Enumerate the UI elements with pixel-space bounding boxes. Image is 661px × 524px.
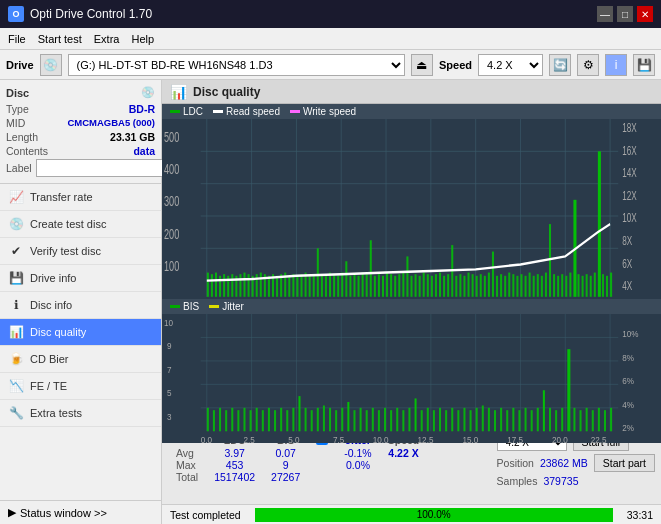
avg-jitter: -0.1%	[336, 447, 379, 459]
settings-button[interactable]: ⚙	[577, 54, 599, 76]
svg-rect-63	[309, 274, 311, 297]
svg-rect-230	[555, 410, 557, 431]
svg-text:300: 300	[164, 193, 179, 210]
status-window-label: Status window >>	[20, 507, 107, 519]
svg-text:6%: 6%	[622, 376, 634, 387]
drive-select[interactable]: (G:) HL-DT-ST BD-RE WH16NS48 1.D3	[68, 54, 405, 76]
svg-rect-135	[602, 274, 604, 297]
svg-rect-205	[402, 410, 404, 431]
drive-icon-button[interactable]: 💿	[40, 54, 62, 76]
svg-rect-106	[484, 276, 486, 297]
svg-rect-187	[292, 408, 294, 431]
start-part-button[interactable]: Start part	[594, 454, 655, 472]
svg-text:15.0: 15.0	[462, 434, 478, 443]
menu-start-test[interactable]: Start test	[38, 33, 82, 45]
total-label: Total	[168, 471, 206, 483]
svg-rect-134	[598, 151, 601, 296]
sidebar-item-fe-te[interactable]: 📉 FE / TE	[0, 373, 161, 400]
svg-rect-204	[396, 408, 398, 431]
sidebar-item-disc-info[interactable]: ℹ Disc info	[0, 292, 161, 319]
menu-extra[interactable]: Extra	[94, 33, 120, 45]
svg-rect-236	[592, 410, 594, 431]
svg-rect-67	[325, 276, 327, 297]
svg-rect-116	[525, 276, 527, 297]
svg-rect-127	[569, 273, 571, 297]
cd-bier-label: CD Bier	[30, 353, 69, 365]
svg-rect-47	[243, 273, 245, 297]
svg-rect-210	[433, 410, 435, 431]
bis-legend: BIS	[170, 301, 199, 312]
contents-value: data	[133, 145, 155, 157]
type-value: BD-R	[129, 103, 155, 115]
title-text: Opti Drive Control 1.70	[30, 7, 152, 21]
window-controls[interactable]: — □ ✕	[597, 6, 653, 22]
max-ldc: 453	[206, 459, 263, 471]
write-speed-label: Write speed	[303, 106, 356, 117]
svg-rect-75	[358, 276, 360, 297]
svg-rect-221	[500, 408, 502, 431]
menu-help[interactable]: Help	[131, 33, 154, 45]
svg-rect-188	[298, 396, 300, 431]
svg-rect-51	[260, 273, 262, 297]
minimize-button[interactable]: —	[597, 6, 613, 22]
svg-rect-193	[329, 408, 331, 431]
sidebar-item-extra-tests[interactable]: 🔧 Extra tests	[0, 400, 161, 427]
svg-rect-197	[353, 410, 355, 431]
extra-tests-label: Extra tests	[30, 407, 82, 419]
svg-rect-214	[457, 410, 459, 431]
svg-text:5: 5	[167, 388, 172, 399]
read-speed-label: Read speed	[226, 106, 280, 117]
quality-header-icon: 📊	[170, 84, 187, 100]
svg-rect-80	[378, 274, 380, 297]
svg-rect-212	[445, 410, 447, 431]
eject-button[interactable]: ⏏	[411, 54, 433, 76]
svg-rect-78	[370, 240, 372, 297]
max-label: Max	[168, 459, 206, 471]
svg-text:18X: 18X	[622, 120, 636, 134]
svg-rect-196	[347, 402, 349, 431]
svg-rect-195	[341, 408, 343, 431]
menu-file[interactable]: File	[8, 33, 26, 45]
sidebar-item-verify-test-disc[interactable]: ✔ Verify test disc	[0, 238, 161, 265]
save-button[interactable]: 💾	[633, 54, 655, 76]
close-button[interactable]: ✕	[637, 6, 653, 22]
svg-rect-59	[292, 274, 294, 297]
avg-ldc: 3.97	[206, 447, 263, 459]
refresh-button[interactable]: 🔄	[549, 54, 571, 76]
svg-rect-76	[362, 273, 364, 297]
maximize-button[interactable]: □	[617, 6, 633, 22]
speed-select[interactable]: 4.2 X	[478, 54, 543, 76]
info-button[interactable]: i	[605, 54, 627, 76]
status-window-button[interactable]: ▶ Status window >>	[0, 500, 161, 524]
quality-title: Disc quality	[193, 85, 260, 99]
sidebar-item-disc-quality[interactable]: 📊 Disc quality	[0, 319, 161, 346]
svg-rect-108	[492, 252, 494, 297]
sidebar-item-drive-info[interactable]: 💾 Drive info	[0, 265, 161, 292]
svg-rect-85	[398, 274, 400, 297]
svg-rect-226	[531, 410, 533, 431]
svg-rect-215	[463, 408, 465, 431]
disc-quality-icon: 📊	[8, 324, 24, 340]
svg-rect-233	[573, 408, 575, 431]
svg-text:22.5: 22.5	[591, 434, 607, 443]
svg-text:20.0: 20.0	[552, 434, 568, 443]
avg-speed: 4.22 X	[380, 447, 428, 459]
svg-rect-42	[223, 274, 225, 297]
svg-text:8X: 8X	[622, 233, 632, 247]
jitter-color	[209, 305, 219, 308]
sidebar-item-create-test-disc[interactable]: 💿 Create test disc	[0, 211, 161, 238]
svg-rect-121	[545, 273, 547, 297]
bis-chart-container: BIS Jitter	[162, 299, 661, 429]
svg-text:5.0: 5.0	[288, 434, 299, 443]
ldc-label: LDC	[183, 106, 203, 117]
svg-text:17.5: 17.5	[507, 434, 523, 443]
sidebar-item-cd-bier[interactable]: 🍺 CD Bier	[0, 346, 161, 373]
svg-rect-73	[349, 276, 351, 297]
sidebar-item-transfer-rate[interactable]: 📈 Transfer rate	[0, 184, 161, 211]
svg-text:12X: 12X	[622, 188, 636, 202]
svg-rect-225	[525, 408, 527, 431]
svg-rect-88	[410, 276, 412, 297]
svg-rect-123	[553, 274, 555, 297]
label-input[interactable]	[36, 159, 169, 177]
status-footer: Test completed 100.0% 33:31	[162, 504, 661, 524]
